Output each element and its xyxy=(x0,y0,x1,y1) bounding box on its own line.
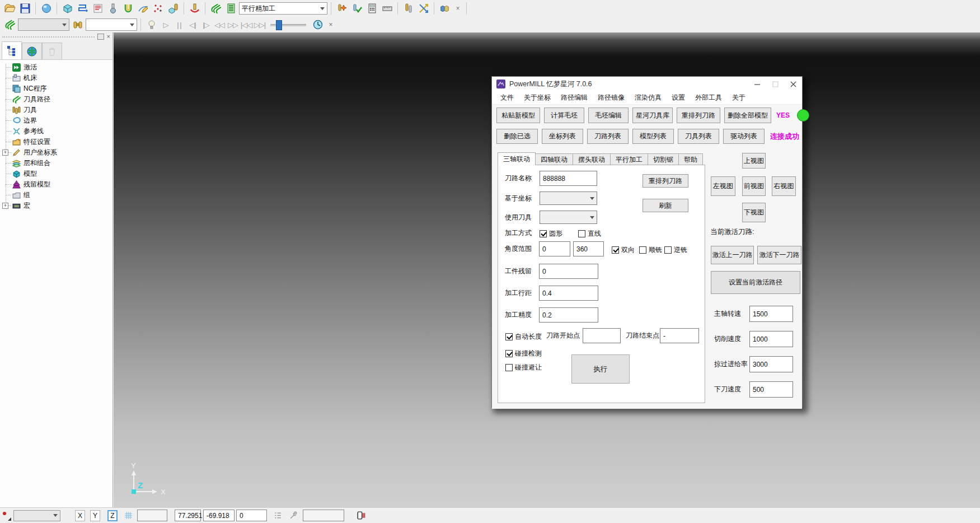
tool-star-icon[interactable] xyxy=(335,2,349,15)
tree-item-feature-set[interactable]: 特征设置 xyxy=(0,137,112,147)
axis-z-button[interactable]: Z xyxy=(107,510,118,521)
ruler-icon[interactable] xyxy=(380,2,394,15)
tolerance-input[interactable] xyxy=(539,307,598,323)
tree-item-model[interactable]: 模型 xyxy=(0,169,112,179)
cutting-feed-input[interactable] xyxy=(749,331,793,347)
tab-4axis[interactable]: 四轴联动 xyxy=(535,153,573,165)
line-checkbox-row[interactable]: 直线 xyxy=(578,229,601,239)
block-icon[interactable] xyxy=(60,2,74,15)
lamp-icon[interactable] xyxy=(144,18,158,31)
auto-length-checkbox[interactable] xyxy=(505,333,513,340)
stepover-input[interactable] xyxy=(539,286,598,301)
refresh-button[interactable]: 刷新 xyxy=(643,199,688,212)
angle-end-input[interactable] xyxy=(573,241,604,256)
execute-button[interactable]: 执行 xyxy=(571,354,630,384)
conventional-checkbox[interactable] xyxy=(664,246,672,254)
close-icon[interactable] xyxy=(784,77,802,91)
grid-icon[interactable] xyxy=(122,510,134,521)
menu-file[interactable]: 文件 xyxy=(495,93,519,102)
spindle-speed-input[interactable] xyxy=(749,306,793,322)
delete-all-models-button[interactable]: 删除全部模型 xyxy=(724,108,771,123)
tree-item-toolpath[interactable]: 刀具路径 xyxy=(0,94,112,105)
panel-grip[interactable] xyxy=(2,36,95,38)
coord-x-field[interactable]: 77.2951 xyxy=(175,510,201,521)
tab-saw[interactable]: 切割锯 xyxy=(648,153,679,165)
stock-remain-input[interactable] xyxy=(539,264,598,279)
tool-arc-icon[interactable] xyxy=(187,2,201,15)
open-file-icon[interactable] xyxy=(3,2,17,15)
use-tool-combo[interactable] xyxy=(540,211,597,224)
menu-path-mirror[interactable]: 路径镜像 xyxy=(593,93,630,102)
calc-stock-button[interactable]: 计算毛坯 xyxy=(544,108,584,123)
collision-check-checkbox-row[interactable]: 碰撞检测 xyxy=(505,349,542,358)
play-icon[interactable]: ▷ xyxy=(160,18,172,31)
toolbar-close-icon[interactable]: × xyxy=(453,4,463,12)
rearrange-button[interactable]: 重排列刀路 xyxy=(643,174,688,188)
tool-sphere-icon[interactable] xyxy=(106,2,120,15)
list-xyz-icon[interactable] xyxy=(271,510,284,521)
dialog-titlebar[interactable]: PowerMILL 忆梦星河 7.0.6 xyxy=(492,77,802,91)
tab-explorer-trash[interactable] xyxy=(42,43,62,59)
close-panel-icon[interactable]: × xyxy=(107,34,110,39)
drive-list-button[interactable]: 驱动列表 xyxy=(723,129,765,144)
line-checkbox[interactable] xyxy=(578,230,585,237)
collision-avoid-checkbox-row[interactable]: 碰撞避让 xyxy=(505,363,542,372)
circle-checkbox[interactable] xyxy=(540,230,547,237)
edit-stock-button[interactable]: 毛坯编辑 xyxy=(588,108,629,123)
toolbar-close-icon[interactable]: × xyxy=(326,21,336,29)
tree-item-machine[interactable]: 机床 xyxy=(0,73,112,83)
tab-help[interactable]: 帮助 xyxy=(678,153,703,165)
toolpath-name-input[interactable] xyxy=(540,171,597,186)
tool-pair-icon[interactable] xyxy=(401,2,415,15)
base-coord-combo[interactable] xyxy=(540,192,597,205)
rearrange-paths-button[interactable]: 重排列刀路 xyxy=(677,108,720,123)
expand-plus-icon[interactable]: + xyxy=(2,150,8,156)
view-left-button[interactable]: 左视图 xyxy=(711,176,735,196)
maximize-icon[interactable] xyxy=(766,77,784,91)
statusbar-combo[interactable] xyxy=(13,510,60,521)
tree-item-nc-program[interactable]: NC程序 xyxy=(0,83,112,94)
sim-search-combo[interactable] xyxy=(86,18,137,31)
coord-y-field[interactable]: -69.918 xyxy=(203,510,235,521)
tree-item-macro[interactable]: +宏 xyxy=(0,200,112,211)
minimize-icon[interactable] xyxy=(748,77,766,91)
tab-parallel[interactable]: 平行加工 xyxy=(610,153,648,165)
tree-item-boundary[interactable]: 边界 xyxy=(0,115,112,126)
go-end-icon[interactable]: ▷▷| xyxy=(254,18,266,31)
tree-item-ucs[interactable]: +用户坐标系 xyxy=(0,147,112,158)
activate-next-path-button[interactable]: 激活下一刀路 xyxy=(757,246,801,264)
tree-item-refline[interactable]: 参考线 xyxy=(0,126,112,137)
tab-explorer-tree[interactable] xyxy=(2,41,22,59)
clock-icon[interactable] xyxy=(311,18,325,31)
set-active-path-button[interactable]: 设置当前激活路径 xyxy=(711,271,800,294)
tab-swivel-head[interactable]: 摆头联动 xyxy=(573,153,611,165)
sphere-calc-icon[interactable] xyxy=(39,2,53,15)
delete-selected-button[interactable]: 删除已选 xyxy=(496,129,538,144)
tool-check-icon[interactable] xyxy=(350,2,364,15)
sim-toolpath-combo[interactable] xyxy=(18,18,69,31)
record-indicator[interactable] xyxy=(2,511,11,521)
collision-avoid-checkbox[interactable] xyxy=(505,364,513,371)
rewind-icon[interactable]: ◁◁ xyxy=(213,18,226,31)
menu-external-tools[interactable]: 外部工具 xyxy=(690,93,727,102)
axis-y-button[interactable]: Y xyxy=(90,510,100,521)
expand-plus-icon[interactable]: + xyxy=(2,203,8,209)
step-forward-icon[interactable]: |▷ xyxy=(200,18,212,31)
conventional-checkbox-row[interactable]: 逆铣 xyxy=(664,245,687,255)
calculator-icon[interactable] xyxy=(365,2,379,15)
axis-x-button[interactable]: X xyxy=(75,510,85,521)
path-list-button[interactable]: 刀路列表 xyxy=(587,129,629,144)
model-list-button[interactable]: 模型列表 xyxy=(632,129,674,144)
auto-length-checkbox-row[interactable]: 自动长度 xyxy=(505,332,542,342)
tree-item-stock-model[interactable]: 残留模型 xyxy=(0,179,112,190)
end-point-input[interactable] xyxy=(660,328,699,343)
step-back-icon[interactable]: ◁| xyxy=(186,18,199,31)
go-start-icon[interactable]: |◁◁ xyxy=(240,18,252,31)
menu-path-edit[interactable]: 路径编辑 xyxy=(556,93,593,102)
collision-channel-icon[interactable] xyxy=(121,2,135,15)
probe-point-icon[interactable] xyxy=(287,510,299,521)
form-lines-icon[interactable] xyxy=(91,2,105,15)
paste-model-button[interactable]: 粘贴新模型 xyxy=(496,108,540,123)
fast-forward-icon[interactable]: ▷▷ xyxy=(227,18,239,31)
climb-checkbox[interactable] xyxy=(639,246,646,254)
